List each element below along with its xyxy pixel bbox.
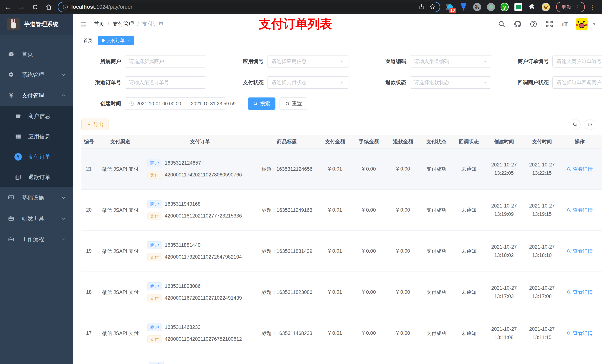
cell-order-id: 19 bbox=[81, 248, 96, 254]
breadcrumb: 首页 / 支付管理 / 支付订单 bbox=[94, 20, 164, 28]
sidebar-collapse-icon[interactable] bbox=[80, 20, 87, 28]
sidebar-item-label: 首页 bbox=[22, 51, 66, 58]
column-header: 回调状态 bbox=[453, 138, 485, 145]
filter-channel-code-select[interactable]: 请输入渠道编码 bbox=[410, 55, 491, 68]
breadcrumb-pay-manage[interactable]: 支付管理 bbox=[113, 20, 134, 28]
cell-actions: 查看详情 bbox=[561, 248, 598, 254]
cell-pay-time: 2021-10-2713:18:10 bbox=[523, 243, 561, 259]
tab-home[interactable]: 首页 bbox=[80, 36, 96, 45]
forward-icon[interactable]: → bbox=[18, 3, 25, 11]
date-range-input[interactable]: 2021-10-01 00:00:00 - 2021-10-31 23:59:5… bbox=[125, 97, 226, 110]
extensions-puzzle-icon[interactable] bbox=[528, 3, 536, 11]
filter-label: 创建时间 bbox=[81, 100, 121, 107]
view-detail-link[interactable]: 查看详情 bbox=[567, 207, 593, 213]
filter-callback-status-select[interactable]: 请选择订单回调商户状态 bbox=[552, 76, 602, 89]
active-tab-dot bbox=[102, 39, 105, 42]
sidebar-item-system[interactable]: 系统管理 bbox=[0, 64, 73, 85]
placeholder-text: 请选择支付状态 bbox=[272, 79, 338, 86]
filter-refund-status: 退款状态请选择退款状态 bbox=[366, 76, 491, 89]
chrome-update-label: 更新 bbox=[561, 3, 572, 11]
sidebar-item-pay-order[interactable]: ¥支付订单 bbox=[0, 147, 73, 167]
app-title: 芋道管理系统 bbox=[24, 20, 58, 28]
sidebar-item-label: 系统管理 bbox=[22, 71, 61, 79]
search-icon[interactable] bbox=[498, 20, 505, 28]
filter-label: 退款状态 bbox=[366, 79, 406, 86]
filter-label: 渠道订单号 bbox=[81, 79, 121, 86]
content-area: 所属商户请选择所属商户应用编号请选择应用信息渠道编码请输入渠道编码商户订单编号请… bbox=[73, 47, 602, 364]
extension-kite-icon[interactable] bbox=[460, 3, 468, 11]
view-detail-link[interactable]: 查看详情 bbox=[567, 330, 593, 337]
dashboard-icon bbox=[7, 51, 15, 58]
cell-product-title: 标题：1635311949168 bbox=[256, 207, 318, 213]
search-button[interactable]: 搜索 bbox=[248, 97, 275, 110]
extension-dot-icon[interactable] bbox=[487, 3, 495, 11]
sidebar-item-pay-manage[interactable]: ¥支付管理 bbox=[0, 85, 73, 106]
github-icon[interactable] bbox=[514, 20, 521, 28]
pay-order-no: 4200001181202110277723215336 bbox=[165, 213, 242, 219]
filter-label: 应用编号 bbox=[224, 58, 264, 65]
reload-icon[interactable] bbox=[32, 3, 39, 11]
filter-row-1: 所属商户请选择所属商户应用编号请选择应用信息渠道编码请输入渠道编码商户订单编号请… bbox=[81, 55, 595, 68]
gear-icon bbox=[7, 72, 15, 78]
view-detail-link[interactable]: 查看详情 bbox=[567, 166, 593, 172]
sidebar-item-app-info[interactable]: 应用信息 bbox=[0, 126, 73, 147]
url-path: :1024/pay/order bbox=[95, 4, 132, 10]
avatar-caret-icon[interactable]: ▾ bbox=[593, 21, 595, 27]
extension-y-icon[interactable]: y bbox=[501, 3, 509, 11]
profile-avatar-icon[interactable] bbox=[542, 3, 550, 11]
cell-fee-amount: ¥ 0.00 bbox=[352, 207, 386, 213]
column-header: 支付金额 bbox=[318, 138, 352, 145]
cell-pay-time: 2021-10-2713:22:15 bbox=[523, 161, 561, 177]
refresh-table-button[interactable] bbox=[585, 119, 595, 130]
address-bar[interactable]: localhost:1024/pay/order bbox=[58, 2, 440, 12]
cell-pay-order: 商户1635311881440支付42000011732021102728479… bbox=[144, 241, 256, 260]
view-detail-link[interactable]: 查看详情 bbox=[567, 289, 593, 296]
sidebar-item-infrastructure[interactable]: 基础设施 bbox=[0, 187, 73, 208]
url-host: localhost bbox=[71, 4, 95, 10]
cell-product-title: 标题：1635311823086 bbox=[256, 289, 318, 296]
pay-tag: 支付 bbox=[147, 212, 162, 220]
date-end[interactable]: 2021-10-31 23:59:59 bbox=[191, 101, 236, 106]
back-icon[interactable]: ← bbox=[4, 3, 11, 11]
toggle-search-button[interactable] bbox=[570, 119, 580, 130]
bookmark-star-icon[interactable] bbox=[429, 3, 436, 10]
sidebar-item-dev-tools[interactable]: 研发工具 bbox=[0, 208, 73, 229]
extension-command-icon[interactable]: ⌘ bbox=[473, 3, 481, 11]
placeholder-text: 请输入渠道订单号 bbox=[129, 79, 202, 86]
cell-fee-amount: ¥ 0.00 bbox=[352, 330, 386, 336]
filter-channel-order-no-input[interactable]: 请输入渠道订单号 bbox=[125, 76, 206, 89]
filter-merchant-order-no-input[interactable]: 请输入商户订单编号 bbox=[552, 55, 602, 68]
filter-pay-status: 支付状态请选择支付状态 bbox=[224, 76, 349, 89]
reset-button[interactable]: 重置 bbox=[280, 97, 307, 110]
date-start[interactable]: 2021-10-01 00:00:00 bbox=[136, 101, 181, 106]
pay-order-no: 4200001174202110278060590766 bbox=[165, 172, 242, 178]
font-size-icon[interactable]: тT bbox=[561, 20, 568, 28]
browser-menu-icon[interactable]: ⋮ bbox=[589, 3, 595, 11]
export-button[interactable]: 导出 bbox=[81, 119, 108, 130]
extension-diamond-icon[interactable]: 10 bbox=[446, 3, 454, 11]
breadcrumb-home[interactable]: 首页 bbox=[94, 20, 104, 28]
cell-pay-order: 商户1635311949168支付42000011812021102777232… bbox=[144, 200, 256, 219]
help-icon[interactable] bbox=[530, 20, 538, 28]
sidebar-item-refund-order[interactable]: 退款订单 bbox=[0, 167, 73, 187]
view-detail-link[interactable]: 查看详情 bbox=[567, 248, 593, 254]
sidebar-logo-row[interactable]: 芋道管理系统 bbox=[0, 14, 73, 35]
home-icon[interactable] bbox=[45, 3, 53, 11]
filter-refund-status-select[interactable]: 请选择退款状态 bbox=[410, 76, 491, 89]
sidebar-item-home[interactable]: 首页 bbox=[0, 44, 73, 64]
chrome-update-button[interactable]: 更新 ⋮ bbox=[556, 2, 585, 12]
info-icon[interactable] bbox=[62, 4, 68, 10]
sidebar-item-workflow[interactable]: 工作流程 bbox=[0, 229, 73, 250]
table-body: 21微信 JSAPI 支付商户1635312124657支付4200001174… bbox=[81, 148, 602, 354]
url-text[interactable]: localhost:1024/pay/order bbox=[71, 4, 416, 10]
fullscreen-icon[interactable] bbox=[546, 20, 553, 28]
share-icon[interactable] bbox=[419, 4, 424, 10]
filter-merchant-input[interactable]: 请选择所属商户 bbox=[125, 55, 206, 68]
tab-close-icon[interactable]: × bbox=[128, 38, 130, 43]
extension-chat-icon[interactable] bbox=[514, 3, 522, 11]
sidebar-item-merchant-info[interactable]: 商户信息 bbox=[0, 106, 73, 126]
user-avatar[interactable] bbox=[576, 18, 588, 30]
filter-pay-status-select[interactable]: 请选择支付状态 bbox=[267, 76, 349, 89]
tab-pay-order[interactable]: 支付订单 × bbox=[98, 36, 134, 45]
filter-app-no-select[interactable]: 请选择应用信息 bbox=[267, 55, 349, 68]
